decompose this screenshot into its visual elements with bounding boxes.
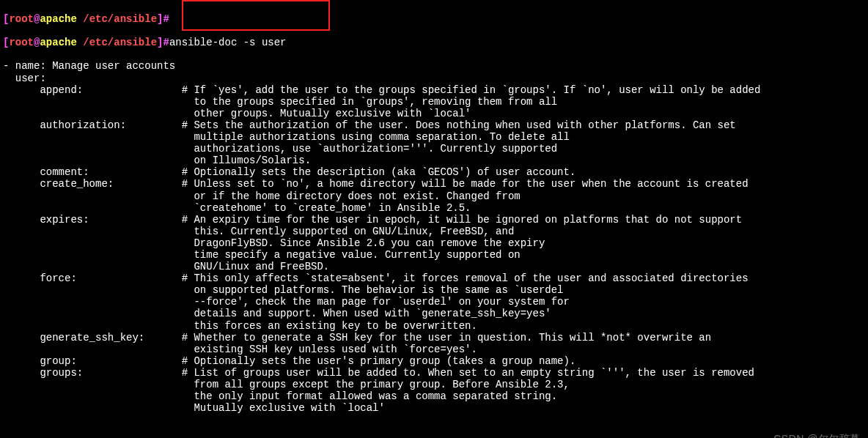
prompt-space — [77, 37, 83, 48]
output-line: details and support. When used with `gen… — [3, 308, 868, 319]
output-line: multiple authorizations using comma sepa… — [3, 131, 868, 143]
output-line: this. Currently supported on GNU/Linux, … — [3, 226, 868, 237]
output-line: other groups. Mutually exclusive with `l… — [3, 108, 868, 119]
output-line: on Illumos/Solaris. — [3, 155, 868, 166]
output-line: the only input format allowed was a comm… — [3, 390, 868, 402]
prompt-host: apache — [40, 13, 76, 25]
output-line: groups: # List of groups user will be ad… — [3, 367, 868, 379]
output-line: time specify a negative value. Currently… — [3, 249, 868, 261]
output-line: existing SSH key unless used with `force… — [3, 344, 868, 355]
output-line: user: — [3, 73, 868, 84]
prompt-path: /etc/ansible — [83, 13, 157, 25]
prompt-line-1: [root@apache /etc/ansible]# — [3, 13, 868, 25]
prompt-user: root — [9, 37, 34, 48]
prompt-host: apache — [40, 37, 76, 48]
output-line: this forces an existing key to be overwr… — [3, 320, 868, 332]
output-line: authorization: # Sets the authorization … — [3, 119, 868, 131]
output-line: group: # Optionally sets the user's prim… — [3, 355, 868, 367]
terminal-output[interactable]: [root@apache /etc/ansible]# [root@apache… — [0, 0, 868, 438]
output-line: create_home: # Unless set to `no', a hom… — [3, 178, 868, 190]
output-line: from all groups except the primary group… — [3, 379, 868, 390]
output-line: GNU/Linux and FreeBSD. — [3, 261, 868, 272]
output-line: authorizations, use `authorization='''. … — [3, 143, 868, 155]
output-line: - name: Manage user accounts — [3, 60, 868, 72]
bracket-close: ]# — [157, 37, 169, 48]
output-line: force: # This only affects `state=absent… — [3, 272, 868, 284]
output-line: or if the home directory does not exist.… — [3, 190, 868, 202]
output-line: `createhome' to `create_home' in Ansible… — [3, 202, 868, 214]
prompt-user: root — [9, 13, 34, 25]
command-output: - name: Manage user accounts user: appen… — [3, 60, 868, 414]
prompt-space — [77, 13, 83, 25]
output-line: expires: # An expiry time for the user i… — [3, 214, 868, 226]
prompt-path: /etc/ansible — [83, 37, 157, 48]
typed-command: ansible-doc -s user — [169, 37, 287, 48]
output-line: comment: # Optionally sets the descripti… — [3, 166, 868, 178]
output-line: on supported platforms. The behavior is … — [3, 284, 868, 296]
output-line: Mutually exclusive with `local' — [3, 402, 868, 414]
output-line: DragonFlyBSD. Since Ansible 2.6 you can … — [3, 237, 868, 249]
watermark-text: CSDN @尔尔辞暮 — [773, 433, 861, 438]
output-line: --force', check the man page for `userde… — [3, 296, 868, 308]
prompt-line-2: [root@apache /etc/ansible]#ansible-doc -… — [3, 37, 868, 48]
output-line: append: # If `yes', add the user to the … — [3, 84, 868, 96]
output-line: generate_ssh_key: # Whether to generate … — [3, 332, 868, 344]
bracket-close: ]# — [157, 13, 169, 25]
output-line: to the groups specified in `groups', rem… — [3, 96, 868, 108]
